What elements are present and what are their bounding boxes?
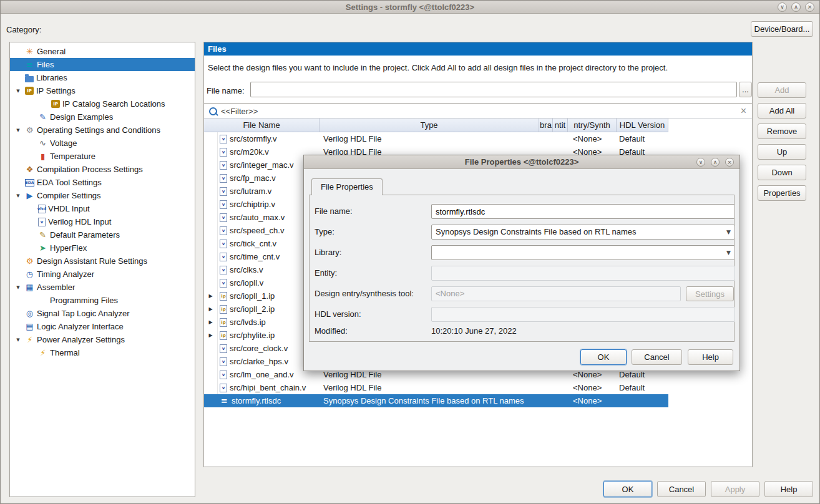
sidebar-item-programming-files[interactable]: Programming Files (10, 294, 195, 307)
expand-arrow-icon[interactable]: ▶ (204, 316, 218, 329)
expander-icon[interactable]: ▼ (14, 89, 22, 94)
type-cell: Verilog HDL File (320, 381, 539, 394)
sidebar-item-general[interactable]: ✳General (10, 45, 195, 58)
expander-icon[interactable]: ▼ (14, 193, 22, 198)
sidebar-item-label: Temperature (50, 152, 95, 161)
minimize-icon[interactable]: ∨ (778, 2, 787, 12)
expand-arrow-icon[interactable]: ▶ (204, 329, 218, 342)
sidebar-item-vhdl-input[interactable]: vhdVHDL Input (10, 202, 195, 215)
clear-filter-icon[interactable]: × (741, 104, 746, 119)
column-header-entry-synth[interactable]: ntry/Synth (568, 119, 617, 132)
filter-box[interactable]: <<Filter>> × (204, 103, 752, 119)
dialog-maximize-icon[interactable]: ∧ (711, 158, 720, 167)
sidebar-item-ip-catalog-search-locations[interactable]: IPIP Catalog Search Locations (10, 97, 195, 110)
eda-tool-icon: EDA (25, 179, 34, 187)
library-select[interactable]: ▼ (431, 245, 735, 260)
expand-arrow-icon[interactable]: ▶ (204, 303, 218, 316)
dialog-close-icon[interactable]: × (725, 158, 734, 167)
file-name-text: src/stormfly.v (230, 134, 277, 143)
library-cell (539, 381, 553, 394)
column-header-type[interactable]: Type (320, 119, 539, 132)
dialog-titlebar[interactable]: File Properties <@ttolcf0223> ∨ ∧ × (304, 155, 739, 169)
sdc-icon: ≡ (220, 396, 229, 405)
file-name-text: src/chiptrip.v (230, 200, 275, 209)
entity-cell (553, 132, 568, 145)
dialog-minimize-icon[interactable]: ∨ (696, 158, 705, 167)
file-name-text: src/phylite.ip (230, 331, 275, 340)
close-icon[interactable]: × (805, 2, 814, 12)
sidebar-item-eda-tool-settings[interactable]: EDAEDA Tool Settings (10, 176, 195, 189)
sidebar-item-compilation-process-settings[interactable]: ❖Compilation Process Settings (10, 163, 195, 176)
expander-icon[interactable]: ▼ (14, 285, 22, 290)
file-name-input[interactable] (250, 82, 737, 97)
sidebar-item-assembler[interactable]: ▼▦Assembler (10, 281, 195, 294)
sidebar-item-default-parameters[interactable]: ✎Default Parameters (10, 228, 195, 241)
panel-title: Files (204, 42, 752, 56)
library-cell (539, 132, 553, 145)
column-header-file-name[interactable]: File Name (204, 119, 320, 132)
cancel-button[interactable]: Cancel (657, 481, 706, 497)
sidebar-item-logic-analyzer-interface[interactable]: ▤Logic Analyzer Interface (10, 320, 195, 333)
sidebar-item-label: Default Parameters (50, 230, 120, 240)
general-icon: ✳ (25, 47, 34, 56)
files-icon: ≡ (25, 60, 34, 69)
sidebar-item-verilog-hdl-input[interactable]: vVerilog HDL Input (10, 215, 195, 228)
file-name-text: src/core_clock.v (230, 344, 288, 353)
libraries-icon (25, 76, 34, 82)
table-row[interactable]: ≡stormfly.rtlsdcSynopsys Design Constrai… (204, 394, 668, 407)
help-button[interactable]: Help (764, 481, 813, 497)
expander-icon[interactable]: ▼ (14, 337, 22, 342)
file-name-text: src/lm_one_and.v (230, 370, 294, 379)
type-label: Type: (315, 225, 334, 240)
sidebar-item-design-examples[interactable]: ✎Design Examples (10, 110, 195, 124)
table-row[interactable]: vsrc/stormfly.vVerilog HDL File<None>Def… (204, 132, 668, 145)
sidebar-item-voltage[interactable]: ∿Voltage (10, 137, 195, 150)
sidebar-item-thermal[interactable]: ⚡Thermal (10, 346, 195, 359)
ip-chip-icon: IP (25, 87, 34, 95)
sidebar-item-label: Verilog HDL Input (48, 217, 111, 226)
entry-synth-cell: <None> (568, 394, 617, 407)
sidebar-item-label: Design Assistant Rule Settings (37, 256, 147, 266)
sidebar-item-label: Voltage (50, 138, 77, 148)
dialog-file-name-input[interactable] (431, 204, 735, 219)
dialog-title: File Properties <@ttolcf0223> (304, 155, 739, 169)
filter-input-text[interactable]: <<Filter>> (221, 104, 258, 119)
sidebar-item-timing-analyzer[interactable]: ◷Timing Analyzer (10, 268, 195, 281)
row-gutter (204, 158, 218, 172)
down-button[interactable]: Down (758, 165, 806, 180)
settings-button: Settings (686, 286, 734, 301)
design-examples-icon: ✎ (38, 112, 47, 122)
type-select[interactable]: Synopsys Design Constraints File based o… (431, 225, 735, 240)
maximize-icon[interactable]: ∧ (791, 2, 801, 12)
properties-button[interactable]: Properties (758, 185, 806, 201)
sidebar-item-files[interactable]: ≡Files (10, 58, 195, 71)
dialog-help-button[interactable]: Help (688, 349, 733, 365)
sidebar-item-ip-settings[interactable]: ▼IPIP Settings (10, 84, 195, 97)
verilog-icon: v (220, 384, 227, 392)
expander-icon[interactable]: ▼ (14, 128, 22, 133)
expand-arrow-icon[interactable]: ▶ (204, 289, 218, 303)
sidebar-item-signal-tap-logic-analyzer[interactable]: ◎Signal Tap Logic Analyzer (10, 307, 195, 320)
sidebar-item-libraries[interactable]: Libraries (10, 71, 195, 84)
remove-button[interactable]: Remove (758, 124, 806, 139)
hdl-version-row: HDL version: (315, 307, 729, 322)
column-header-hdl-version[interactable]: HDL Version (617, 119, 668, 132)
dialog-cancel-button[interactable]: Cancel (632, 349, 682, 365)
up-button[interactable]: Up (758, 144, 806, 160)
dialog-ok-button[interactable]: OK (580, 349, 627, 365)
sidebar-item-compiler-settings[interactable]: ▼▶Compiler Settings (10, 189, 195, 202)
column-header-library[interactable]: bra (539, 119, 553, 132)
sidebar-item-design-assistant-rule-settings[interactable]: ⚙Design Assistant Rule Settings (10, 254, 195, 268)
browse-button[interactable]: ... (739, 82, 752, 97)
ok-button[interactable]: OK (603, 481, 652, 497)
tab-file-properties[interactable]: File Properties (311, 178, 383, 195)
add-all-button[interactable]: Add All (758, 103, 806, 119)
sidebar-item-operating-settings-and-conditions[interactable]: ▼⚙Operating Settings and Conditions (10, 124, 195, 137)
device-board-button[interactable]: Device/Board... (751, 21, 813, 37)
sidebar-item-hyperflex[interactable]: ➤HyperFlex (10, 241, 195, 254)
table-row[interactable]: vsrc/hipi_bent_chain.vVerilog HDL File<N… (204, 381, 668, 394)
sidebar-item-power-analyzer-settings[interactable]: ▼⚡Power Analyzer Settings (10, 333, 195, 346)
ip-icon: ip (220, 305, 227, 314)
column-header-entity[interactable]: ntit (553, 119, 568, 132)
sidebar-item-temperature[interactable]: ▮Temperature (10, 150, 195, 163)
